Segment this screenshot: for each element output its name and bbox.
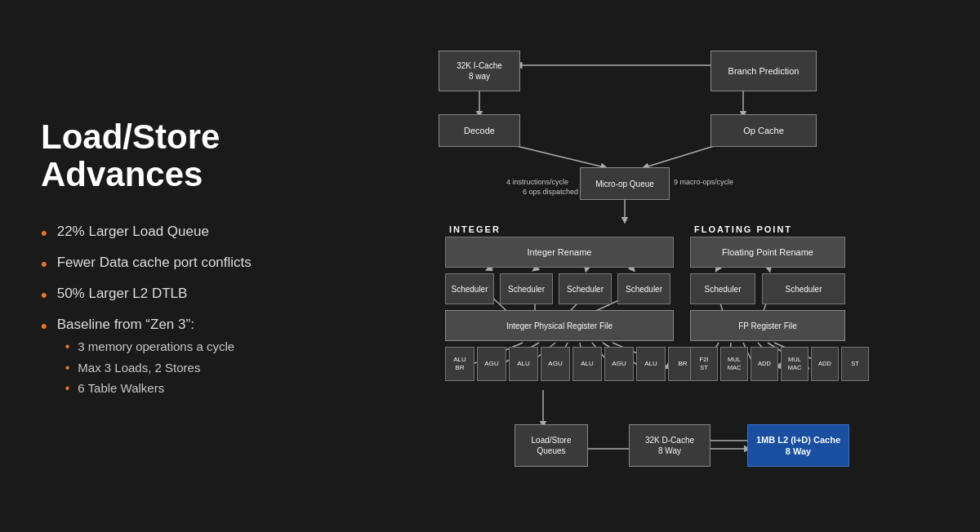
bullet-item-1: • 22% Larger Load Queue (41, 224, 343, 243)
slide-title: Load/Store Advances (41, 118, 343, 193)
l2-cache-box: 1MB L2 (I+D) Cache 8 Way (747, 424, 849, 467)
exec-agu-1: AGU (477, 347, 506, 381)
label-9macro: 9 macro-ops/cycle (674, 178, 733, 186)
left-panel: Load/Store Advances • 22% Larger Load Qu… (0, 0, 376, 532)
sub-bullet-list: • 3 memory operations a cycle • Max 3 Lo… (57, 339, 234, 396)
exec-alu-3: ALU (572, 347, 602, 381)
int-scheduler-1: Scheduler (445, 273, 494, 304)
bullet-list: • 22% Larger Load Queue • Fewer Data cac… (41, 224, 343, 414)
bullet-item-3: • 50% Larger L2 DTLB (41, 286, 343, 305)
sub-bullet-3: • 6 Table Walkers (57, 381, 234, 396)
fp-scheduler-1: Scheduler (690, 273, 755, 304)
exec-f2i-st: F2I ST (690, 347, 718, 381)
exec-alu-br-1: ALU BR (445, 347, 474, 381)
exec-alu-4: ALU (636, 347, 666, 381)
exec-add-1: ADD (751, 347, 778, 381)
integer-rename-box: Integer Rename (445, 237, 674, 268)
integer-label: INTEGER (449, 224, 501, 234)
exec-agu-2: AGU (541, 347, 570, 381)
int-scheduler-3: Scheduler (559, 273, 612, 304)
fp-label: FLOATING POINT (694, 224, 792, 234)
bullet-dot-4: • (41, 317, 47, 336)
bullet-dot-3: • (41, 286, 47, 305)
op-cache-box: Op Cache (710, 114, 817, 147)
exec-st: ST (841, 347, 869, 381)
exec-alu-2: ALU (509, 347, 538, 381)
int-scheduler-4: Scheduler (617, 273, 670, 304)
load-store-box: Load/Store Queues (514, 424, 588, 467)
branch-prediction-box: Branch Prediction (710, 51, 817, 91)
fp-rename-box: Floating Point Rename (690, 237, 845, 268)
sub-bullet-2: • Max 3 Loads, 2 Stores (57, 361, 234, 375)
dcache-box: 32K D-Cache 8 Way (629, 424, 710, 467)
decode-box: Decode (439, 114, 520, 147)
bullet-item-4: • Baseline from “Zen 3”: • 3 memory oper… (41, 317, 343, 402)
exec-agu-3: AGU (604, 347, 634, 381)
cpu-diagram: 32K I-Cache 8 way Branch Prediction Deco… (392, 16, 964, 516)
sub-bullet-1: • 3 memory operations a cycle (57, 339, 234, 354)
micro-op-queue-box: Micro-op Queue (580, 167, 670, 200)
right-panel: 32K I-Cache 8 way Branch Prediction Deco… (376, 0, 980, 532)
label-4inst: 4 instructions/cycle (506, 178, 568, 186)
int-reg-file-box: Integer Physical Register File (445, 310, 674, 341)
icache-box: 32K I-Cache 8 way (439, 51, 520, 91)
exec-add-2: ADD (811, 347, 839, 381)
exec-mul-mac-2: MUL MAC (781, 347, 808, 381)
int-scheduler-2: Scheduler (500, 273, 553, 304)
bullet-dot-1: • (41, 224, 47, 243)
label-6ops: 6 ops dispatched (523, 188, 578, 196)
bullet-item-2: • Fewer Data cache port conflicts (41, 255, 343, 274)
exec-mul-mac-1: MUL MAC (720, 347, 748, 381)
fp-scheduler-2: Scheduler (762, 273, 845, 304)
bullet-dot-2: • (41, 255, 47, 274)
fp-reg-file-box: FP Register File (690, 310, 845, 341)
